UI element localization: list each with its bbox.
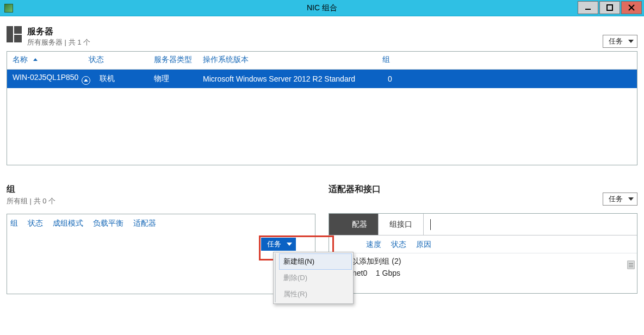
server-name: WIN-02J5QL1P850: [13, 73, 78, 82]
gcol-status[interactable]: 状态: [28, 219, 43, 228]
col-server-type[interactable]: 服务器类型: [151, 55, 200, 65]
chevron-down-icon: [287, 243, 292, 246]
adapters-tasks-button[interactable]: 任务: [603, 193, 637, 206]
col-name[interactable]: 名称: [9, 55, 85, 65]
addable-group-header[interactable]: 可以添加到组 (2): [333, 257, 633, 266]
close-button[interactable]: [621, 1, 642, 14]
servers-title: 服务器: [27, 26, 90, 38]
servers-icon: [7, 26, 23, 42]
groups-columns: 组 状态 成组模式 负载平衡 适配器: [7, 214, 315, 233]
text-caret-icon: [430, 219, 431, 230]
client-area: 服务器 所有服务器 | 共 1 个 任务 名称 状态 服务器类型 操作系统版本 …: [0, 16, 644, 335]
gcol-group[interactable]: 组: [10, 219, 18, 228]
adapters-box: 配器 组接口 适配器 速度 状态 原因 可以添加到组 (2): [329, 213, 637, 294]
groups-tasks-dropdown: 任务 新建组(N) 删除(D) 属性(R): [261, 238, 296, 251]
chevron-down-icon: [628, 197, 634, 201]
scroll-grip-icon: [627, 260, 635, 269]
status-up-icon: [82, 76, 90, 85]
server-type: 物理: [151, 74, 200, 84]
tab-network-adapter[interactable]: 配器: [329, 214, 379, 235]
servers-section-head: 服务器 所有服务器 | 共 1 个 任务: [2, 16, 642, 51]
adapters-title: 适配器和接口: [329, 184, 381, 195]
servers-subtitle: 所有服务器 | 共 1 个: [27, 38, 90, 47]
svg-rect-0: [585, 9, 591, 10]
servers-tasks-label: 任务: [609, 36, 623, 46]
col-os-version[interactable]: 操作系统版本: [200, 55, 379, 65]
acol-status[interactable]: 状态: [391, 240, 406, 250]
acol-speed[interactable]: 速度: [366, 240, 381, 250]
window-title: NIC 组合: [0, 3, 644, 13]
svg-rect-1: [607, 5, 612, 10]
tab-blank: [424, 214, 637, 235]
col-group[interactable]: 组: [379, 55, 412, 65]
servers-body: WIN-02J5QL1P850 联机 物理 Microsoft Windows …: [7, 70, 637, 165]
tasks-menu: 新建组(N) 删除(D) 属性(R): [273, 252, 354, 304]
title-bar: NIC 组合: [0, 0, 644, 16]
adapter-speed: 1 Gbps: [376, 269, 400, 277]
col-status[interactable]: 状态: [85, 55, 151, 65]
gcol-adapter[interactable]: 适配器: [133, 219, 156, 228]
groups-tasks-label: 任务: [267, 239, 281, 249]
adapter-tabbar: 配器 组接口: [329, 214, 637, 235]
sort-ascending-icon: [33, 58, 38, 61]
chevron-down-icon: [628, 40, 634, 43]
groups-tasks-button[interactable]: 任务: [261, 238, 296, 251]
tab-team-interface[interactable]: 组接口: [379, 214, 424, 235]
menu-new-team[interactable]: 新建组(N): [279, 253, 352, 270]
maximize-button[interactable]: [599, 1, 620, 14]
server-os: Microsoft Windows Server 2012 R2 Standar…: [200, 75, 385, 83]
groups-title: 组: [7, 184, 55, 195]
server-status: 联机: [96, 74, 151, 84]
adapter-row[interactable]: Ethernet0 1 Gbps: [333, 266, 633, 277]
menu-delete: 删除(D): [279, 270, 352, 286]
groups-listbox: 组 状态 成组模式 负载平衡 适配器: [7, 214, 315, 294]
window-buttons: [577, 1, 642, 14]
gcol-load[interactable]: 负载平衡: [93, 219, 123, 228]
menu-properties: 属性(R): [279, 286, 352, 302]
adapters-tasks-label: 任务: [609, 194, 623, 204]
gcol-teaming[interactable]: 成组模式: [53, 219, 83, 228]
adapter-columns: 适配器 速度 状态 原因: [329, 235, 637, 253]
app-icon: [4, 4, 13, 13]
servers-listbox: 名称 状态 服务器类型 操作系统版本 组 WIN-02J5QL1P850 联机 …: [7, 51, 637, 165]
minimize-button[interactable]: [578, 1, 598, 14]
scrollbar[interactable]: [626, 238, 636, 292]
adapter-body: 可以添加到组 (2) Ethernet0 1 Gbps: [329, 253, 637, 293]
server-group: 0: [385, 75, 406, 83]
server-row[interactable]: WIN-02J5QL1P850 联机 物理 Microsoft Windows …: [7, 70, 637, 88]
servers-columns: 名称 状态 服务器类型 操作系统版本 组: [7, 52, 637, 70]
servers-tasks-button[interactable]: 任务: [603, 35, 637, 48]
acol-reason[interactable]: 原因: [416, 240, 431, 250]
groups-subtitle: 所有组 | 共 0 个: [7, 196, 55, 206]
